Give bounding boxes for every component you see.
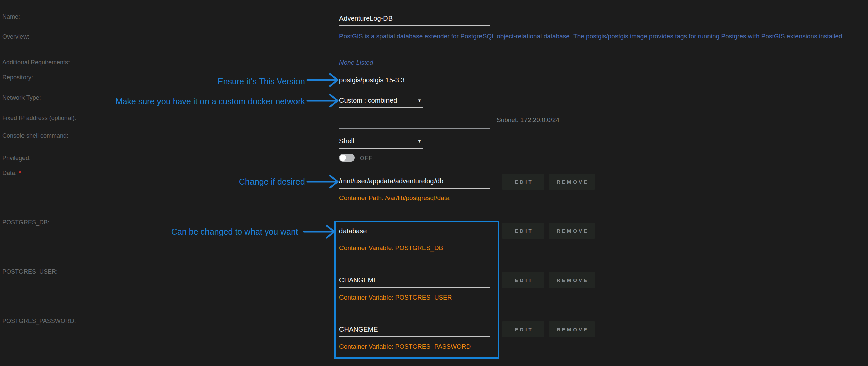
postgres-db-edit-button[interactable]: EDIT (502, 223, 544, 239)
annotation-network: Make sure you have it on a custom docker… (50, 96, 305, 106)
postgres-user-remove-button[interactable]: REMOVE (549, 272, 595, 288)
name-label: Name: (2, 13, 20, 21)
postgres-password-remove-button[interactable]: REMOVE (549, 321, 595, 337)
postgres-user-edit-button[interactable]: EDIT (502, 272, 544, 288)
additional-requirements-value: None Listed (339, 59, 373, 66)
annotation-postgres: Can be changed to what you want (84, 227, 298, 237)
data-edit-button[interactable]: EDIT (502, 174, 544, 190)
postgres-password-underline (339, 336, 490, 337)
additional-requirements-label: Additional Requirements: (2, 59, 70, 66)
data-label-text: Data: (2, 170, 17, 176)
repository-input[interactable]: postgis/postgis:15-3.3 (339, 76, 405, 84)
name-input[interactable]: AdventureLog-DB (339, 15, 393, 23)
network-type-select[interactable]: Custom : combined ▼ (339, 97, 423, 104)
privileged-state-label: OFF (360, 155, 373, 161)
postgres-db-input[interactable]: database (339, 227, 367, 235)
fixed-ip-label: Fixed IP address (optional): (2, 115, 76, 122)
postgres-db-underline (339, 238, 490, 238)
annotation-repository: Ensure it's This Version (101, 76, 305, 86)
postgres-user-label: POSTGRES_USER: (2, 268, 58, 275)
repository-label: Repository: (2, 74, 33, 81)
overview-description: PostGIS is a spatial database extender f… (339, 33, 844, 40)
console-shell-label: Console shell command: (2, 132, 68, 139)
postgres-user-underline (339, 287, 490, 288)
required-asterisk: * (19, 170, 21, 176)
data-remove-button[interactable]: REMOVE (549, 174, 595, 190)
highlight-box (335, 221, 499, 359)
postgres-password-input[interactable]: CHANGEME (339, 326, 378, 333)
network-type-underline (339, 108, 423, 108)
console-shell-underline (339, 148, 423, 149)
data-input[interactable]: /mnt/user/appdata/adventurelog/db (339, 177, 443, 185)
postgres-password-container-variable: Container Variable: POSTGRES_PASSWORD (339, 343, 471, 350)
postgres-password-label: POSTGRES_PASSWORD: (2, 318, 76, 325)
console-shell-selected: Shell (339, 137, 354, 145)
fixed-ip-input[interactable] (339, 118, 490, 128)
data-container-path: Container Path: /var/lib/postgresql/data (339, 194, 449, 202)
data-label: Data:* (2, 170, 21, 177)
network-type-label: Network Type: (2, 94, 41, 101)
postgres-password-edit-button[interactable]: EDIT (502, 321, 544, 337)
fixed-ip-underline (339, 128, 490, 129)
name-input-underline (339, 25, 490, 26)
data-input-underline (339, 188, 490, 189)
annotation-arrow-repository (306, 72, 340, 88)
console-shell-select[interactable]: Shell ▼ (339, 137, 423, 145)
privileged-toggle[interactable] (339, 154, 354, 161)
toggle-knob (340, 155, 346, 161)
repository-input-underline (339, 87, 490, 87)
postgres-db-remove-button[interactable]: REMOVE (549, 223, 595, 239)
overview-label: Overview: (2, 33, 29, 40)
postgres-db-label: POSTGRES_DB: (2, 219, 49, 226)
annotation-arrow-postgres (303, 224, 337, 240)
docker-template-form: Name: Overview: Additional Requirements:… (0, 0, 868, 366)
annotation-arrow-network (306, 93, 340, 109)
annotation-arrow-data (306, 174, 340, 190)
postgres-user-input[interactable]: CHANGEME (339, 276, 378, 284)
annotation-data: Change if desired (134, 177, 305, 187)
postgres-user-container-variable: Container Variable: POSTGRES_USER (339, 294, 452, 301)
caret-down-icon: ▼ (417, 139, 422, 144)
caret-down-icon: ▼ (417, 98, 422, 103)
subnet-note: Subnet: 172.20.0.0/24 (497, 116, 559, 124)
postgres-db-container-variable: Container Variable: POSTGRES_DB (339, 244, 443, 252)
network-type-selected: Custom : combined (339, 97, 397, 104)
privileged-label: Privileged: (2, 155, 31, 162)
